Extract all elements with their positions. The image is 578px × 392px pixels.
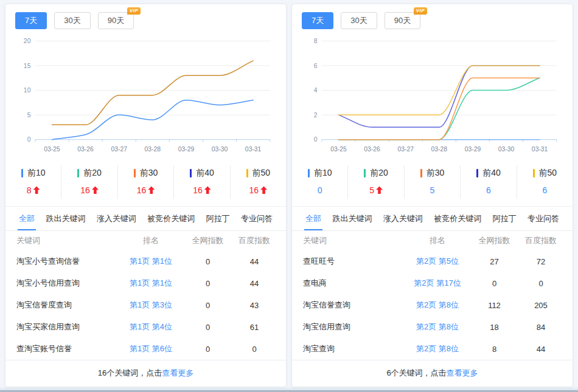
rank-link[interactable]: 第1页 第3位 [120, 300, 182, 311]
time-range-button[interactable]: 7天 [15, 12, 47, 29]
bottom-strip [0, 387, 578, 392]
time-range-label: 90天 [394, 16, 411, 25]
stat-label-text: 前40 [196, 168, 214, 179]
tab-0[interactable]: 全部 [18, 207, 36, 230]
x-axis-tick-label: 03-27 [111, 146, 127, 153]
rank-link[interactable]: 第2页 第8位 [406, 300, 468, 311]
tab-0[interactable]: 全部 [304, 207, 322, 230]
rank-stat-label: 前30 [420, 168, 445, 179]
time-range-label: 30天 [64, 16, 80, 25]
rank-trend-chart: 0246803-2503-2603-2703-2803-2903-3003-31 [292, 35, 573, 157]
stat-marker-icon [308, 169, 310, 177]
rank-link[interactable]: 第1页 第1位 [120, 278, 182, 289]
tab-5[interactable]: 专业问答 [526, 207, 560, 230]
arrow-up-icon [204, 186, 211, 194]
rank-link[interactable]: 第2页 第17位 [406, 278, 468, 289]
table-row: 淘宝买家信用查询第1页 第4位061 [5, 316, 286, 338]
rank-stat-label: 前50 [246, 168, 271, 179]
column-header: 百度指数 [520, 235, 562, 246]
x-axis-tick-label: 03-28 [145, 146, 161, 153]
rank-stat-item: 前4016 [174, 165, 230, 199]
index-all-cell: 8 [468, 345, 520, 354]
view-more-link[interactable]: 查看更多 [162, 368, 193, 377]
x-axis-tick-label: 03-28 [431, 146, 448, 153]
teal-line [339, 78, 540, 139]
rank-stat-item: 前305 [405, 165, 461, 199]
tab-1[interactable]: 跌出关键词 [331, 207, 373, 230]
keyword-cell: 查淘宝账号信誉 [16, 343, 120, 354]
x-axis-tick-label: 03-27 [397, 146, 414, 153]
index-baidu-cell: 43 [234, 301, 275, 310]
rank-link[interactable]: 第1页 第1位 [120, 256, 182, 267]
footer-text: 16个关键词，点击 [98, 368, 162, 377]
time-range-button[interactable]: 30天 [341, 12, 377, 29]
arrow-up-icon [376, 186, 383, 194]
stat-value: 6 [517, 185, 573, 195]
time-range-group: 7天30天90天VIP [5, 4, 286, 29]
stat-value: 16 [231, 185, 286, 195]
x-axis-tick-label: 03-31 [245, 146, 262, 153]
stat-value: 16 [61, 185, 117, 195]
column-header: 关键词 [303, 235, 406, 246]
table-row: 查旺旺号第2页 第5位2772 [292, 250, 573, 272]
time-range-label: 7天 [312, 16, 324, 25]
rank-stat-label: 前20 [77, 168, 102, 179]
rank-trend-chart: 0510152003-2503-2603-2703-2803-2903-3003… [5, 35, 286, 157]
rank-stat-item: 前3016 [118, 165, 174, 199]
arrow-up-icon [260, 186, 267, 194]
stat-value-text: 5 [430, 185, 435, 195]
x-axis-tick-label: 03-29 [465, 146, 481, 153]
index-baidu-cell: 84 [520, 323, 562, 332]
index-baidu-cell: 44 [234, 279, 275, 288]
rank-link[interactable]: 第2页 第8位 [406, 322, 468, 332]
footer-text: 6个关键词，点击 [386, 368, 446, 377]
x-axis-tick-label: 03-30 [498, 146, 515, 153]
tab-5[interactable]: 专业问答 [240, 207, 274, 230]
time-range-button[interactable]: 90天VIP [98, 12, 134, 29]
index-all-cell: 0 [182, 279, 234, 288]
y-axis-tick-label: 5 [27, 112, 31, 119]
rank-link[interactable]: 第2页 第5位 [406, 256, 468, 267]
rank-stat-label: 前40 [476, 168, 501, 179]
stat-marker-icon [21, 169, 23, 177]
blue-line [52, 100, 254, 140]
time-range-button[interactable]: 30天 [54, 12, 90, 29]
tab-2[interactable]: 涨入关键词 [382, 207, 424, 230]
stat-label-text: 前30 [427, 168, 445, 179]
column-header: 关键词 [16, 235, 120, 246]
tab-3[interactable]: 被竞价关键词 [146, 207, 196, 230]
rank-stat-label: 前20 [364, 168, 388, 179]
tab-3[interactable]: 被竞价关键词 [433, 207, 482, 230]
index-all-cell: 0 [182, 323, 234, 332]
view-more-link[interactable]: 查看更多 [447, 368, 478, 377]
index-baidu-cell: 72 [520, 257, 562, 266]
table-row: 淘宝信誉度查询第1页 第3位043 [5, 294, 286, 316]
vip-badge-icon: VIP [127, 7, 141, 15]
rank-stat-label: 前40 [190, 168, 214, 179]
stat-value-text: 6 [542, 185, 547, 195]
time-range-button[interactable]: 90天VIP [385, 12, 420, 29]
table-row: 淘宝信用查询第2页 第8位1884 [292, 316, 573, 338]
rank-link[interactable]: 第1页 第4位 [120, 322, 182, 332]
column-header: 排名 [406, 235, 468, 246]
stat-label-text: 前20 [83, 168, 102, 179]
stat-value: 5 [348, 185, 403, 195]
tab-4[interactable]: 阿拉丁 [205, 207, 231, 230]
rank-link[interactable]: 第2页 第8位 [406, 343, 468, 354]
time-range-label: 30天 [350, 16, 367, 25]
stat-marker-icon [476, 169, 478, 177]
y-axis-tick-label: 0 [27, 136, 31, 143]
rank-link[interactable]: 第1页 第6位 [120, 343, 182, 354]
tab-1[interactable]: 跌出关键词 [44, 207, 86, 230]
rank-stat-item: 前2016 [61, 165, 117, 199]
tab-2[interactable]: 涨入关键词 [96, 207, 138, 230]
index-all-cell: 0 [182, 257, 234, 266]
tab-4[interactable]: 阿拉丁 [492, 207, 518, 230]
table-row: 淘宝信誉查询第2页 第8位112205 [292, 294, 573, 316]
y-axis-tick-label: 4 [314, 87, 318, 94]
keyword-cell: 淘宝小号信用查询 [16, 278, 120, 289]
index-all-cell: 0 [182, 301, 234, 310]
time-range-button[interactable]: 7天 [302, 12, 333, 29]
keyword-tabs: 全部跌出关键词涨入关键词被竞价关键词阿拉丁专业问答 [5, 206, 286, 231]
vip-badge-icon: VIP [414, 7, 427, 15]
